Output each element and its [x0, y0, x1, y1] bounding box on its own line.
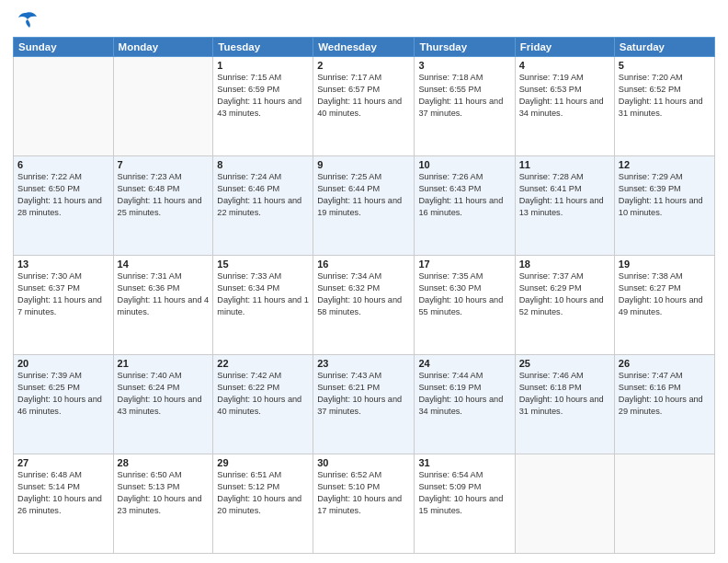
day-number: 25: [519, 358, 610, 369]
day-number: 19: [619, 259, 711, 270]
day-info: Sunrise: 7:19 AM Sunset: 6:53 PM Dayligh…: [519, 72, 610, 120]
day-info: Sunrise: 7:28 AM Sunset: 6:41 PM Dayligh…: [519, 171, 610, 219]
day-number: 24: [418, 358, 510, 369]
day-info: Sunrise: 7:18 AM Sunset: 6:55 PM Dayligh…: [418, 72, 510, 120]
day-info: Sunrise: 7:20 AM Sunset: 6:52 PM Dayligh…: [619, 72, 711, 120]
day-number: 27: [17, 457, 109, 468]
day-number: 29: [217, 457, 309, 468]
day-info: Sunrise: 7:25 AM Sunset: 6:44 PM Dayligh…: [317, 171, 410, 219]
day-info: Sunrise: 6:52 AM Sunset: 5:10 PM Dayligh…: [317, 469, 410, 517]
calendar-cell: 26Sunrise: 7:47 AM Sunset: 6:16 PM Dayli…: [614, 355, 714, 454]
day-number: 26: [619, 358, 711, 369]
day-info: Sunrise: 6:50 AM Sunset: 5:13 PM Dayligh…: [118, 469, 210, 517]
day-number: 20: [17, 358, 109, 369]
day-info: Sunrise: 7:46 AM Sunset: 6:18 PM Dayligh…: [519, 370, 610, 418]
calendar-week-4: 20Sunrise: 7:39 AM Sunset: 6:25 PM Dayli…: [14, 355, 715, 454]
day-number: 21: [118, 358, 210, 369]
day-number: 30: [317, 457, 410, 468]
calendar-header-saturday: Saturday: [614, 38, 714, 57]
calendar-cell: 18Sunrise: 7:37 AM Sunset: 6:29 PM Dayli…: [515, 256, 614, 355]
day-info: Sunrise: 7:29 AM Sunset: 6:39 PM Dayligh…: [619, 171, 711, 219]
day-info: Sunrise: 7:47 AM Sunset: 6:16 PM Dayligh…: [619, 370, 711, 418]
day-number: 22: [217, 358, 309, 369]
calendar-cell: 24Sunrise: 7:44 AM Sunset: 6:19 PM Dayli…: [415, 355, 515, 454]
calendar-cell: 29Sunrise: 6:51 AM Sunset: 5:12 PM Dayli…: [213, 454, 313, 554]
calendar-cell: 20Sunrise: 7:39 AM Sunset: 6:25 PM Dayli…: [14, 355, 114, 454]
calendar-cell: 10Sunrise: 7:26 AM Sunset: 6:43 PM Dayli…: [415, 156, 515, 256]
day-number: 2: [317, 60, 410, 71]
day-number: 31: [418, 457, 510, 468]
calendar-cell: [113, 57, 213, 156]
day-number: 16: [317, 259, 410, 270]
calendar-cell: 31Sunrise: 6:54 AM Sunset: 5:09 PM Dayli…: [415, 454, 515, 554]
calendar-cell: 8Sunrise: 7:24 AM Sunset: 6:46 PM Daylig…: [213, 156, 313, 256]
day-info: Sunrise: 7:22 AM Sunset: 6:50 PM Dayligh…: [17, 171, 109, 219]
calendar-cell: 22Sunrise: 7:42 AM Sunset: 6:22 PM Dayli…: [213, 355, 313, 454]
calendar-cell: 25Sunrise: 7:46 AM Sunset: 6:18 PM Dayli…: [515, 355, 614, 454]
day-info: Sunrise: 7:42 AM Sunset: 6:22 PM Dayligh…: [217, 370, 309, 418]
calendar-header-wednesday: Wednesday: [313, 38, 415, 57]
day-info: Sunrise: 7:30 AM Sunset: 6:37 PM Dayligh…: [17, 270, 109, 318]
calendar-header-row: SundayMondayTuesdayWednesdayThursdayFrid…: [14, 38, 715, 57]
day-number: 28: [118, 457, 210, 468]
logo: [13, 9, 42, 31]
calendar-week-2: 6Sunrise: 7:22 AM Sunset: 6:50 PM Daylig…: [14, 156, 715, 256]
calendar-cell: 3Sunrise: 7:18 AM Sunset: 6:55 PM Daylig…: [415, 57, 515, 156]
header: [13, 9, 715, 31]
calendar-week-5: 27Sunrise: 6:48 AM Sunset: 5:14 PM Dayli…: [14, 454, 715, 554]
day-number: 4: [519, 60, 610, 71]
calendar-cell: 7Sunrise: 7:23 AM Sunset: 6:48 PM Daylig…: [113, 156, 213, 256]
day-number: 13: [17, 259, 109, 270]
calendar-cell: 15Sunrise: 7:33 AM Sunset: 6:34 PM Dayli…: [213, 256, 313, 355]
calendar-cell: 21Sunrise: 7:40 AM Sunset: 6:24 PM Dayli…: [113, 355, 213, 454]
day-info: Sunrise: 7:23 AM Sunset: 6:48 PM Dayligh…: [118, 171, 210, 219]
calendar-cell: 19Sunrise: 7:38 AM Sunset: 6:27 PM Dayli…: [614, 256, 714, 355]
calendar-cell: 30Sunrise: 6:52 AM Sunset: 5:10 PM Dayli…: [313, 454, 415, 554]
day-info: Sunrise: 7:35 AM Sunset: 6:30 PM Dayligh…: [418, 270, 510, 318]
day-info: Sunrise: 7:38 AM Sunset: 6:27 PM Dayligh…: [619, 270, 711, 318]
day-number: 10: [418, 159, 510, 170]
calendar-cell: 5Sunrise: 7:20 AM Sunset: 6:52 PM Daylig…: [614, 57, 714, 156]
day-info: Sunrise: 7:34 AM Sunset: 6:32 PM Dayligh…: [317, 270, 410, 318]
calendar-cell: 27Sunrise: 6:48 AM Sunset: 5:14 PM Dayli…: [14, 454, 114, 554]
day-number: 15: [217, 259, 309, 270]
calendar-cell: 2Sunrise: 7:17 AM Sunset: 6:57 PM Daylig…: [313, 57, 415, 156]
calendar-header-friday: Friday: [515, 38, 614, 57]
day-info: Sunrise: 7:44 AM Sunset: 6:19 PM Dayligh…: [418, 370, 510, 418]
day-number: 18: [519, 259, 610, 270]
calendar-cell: 1Sunrise: 7:15 AM Sunset: 6:59 PM Daylig…: [213, 57, 313, 156]
day-number: 7: [118, 159, 210, 170]
day-info: Sunrise: 7:24 AM Sunset: 6:46 PM Dayligh…: [217, 171, 309, 219]
calendar-cell: 6Sunrise: 7:22 AM Sunset: 6:50 PM Daylig…: [14, 156, 114, 256]
calendar-cell: 12Sunrise: 7:29 AM Sunset: 6:39 PM Dayli…: [614, 156, 714, 256]
day-info: Sunrise: 7:40 AM Sunset: 6:24 PM Dayligh…: [118, 370, 210, 418]
day-info: Sunrise: 7:17 AM Sunset: 6:57 PM Dayligh…: [317, 72, 410, 120]
calendar-header-sunday: Sunday: [14, 38, 114, 57]
calendar-header-monday: Monday: [113, 38, 213, 57]
calendar-cell: 14Sunrise: 7:31 AM Sunset: 6:36 PM Dayli…: [113, 256, 213, 355]
calendar-cell: 4Sunrise: 7:19 AM Sunset: 6:53 PM Daylig…: [515, 57, 614, 156]
calendar-cell: 16Sunrise: 7:34 AM Sunset: 6:32 PM Dayli…: [313, 256, 415, 355]
day-info: Sunrise: 7:15 AM Sunset: 6:59 PM Dayligh…: [217, 72, 309, 120]
day-number: 3: [418, 60, 510, 71]
day-info: Sunrise: 6:48 AM Sunset: 5:14 PM Dayligh…: [17, 469, 109, 517]
day-info: Sunrise: 6:54 AM Sunset: 5:09 PM Dayligh…: [418, 469, 510, 517]
day-number: 11: [519, 159, 610, 170]
day-info: Sunrise: 7:31 AM Sunset: 6:36 PM Dayligh…: [118, 270, 210, 318]
calendar-week-1: 1Sunrise: 7:15 AM Sunset: 6:59 PM Daylig…: [14, 57, 715, 156]
calendar-cell: 9Sunrise: 7:25 AM Sunset: 6:44 PM Daylig…: [313, 156, 415, 256]
calendar-header-thursday: Thursday: [415, 38, 515, 57]
calendar-cell: 13Sunrise: 7:30 AM Sunset: 6:37 PM Dayli…: [14, 256, 114, 355]
day-number: 1: [217, 60, 309, 71]
day-number: 5: [619, 60, 711, 71]
calendar-cell: [614, 454, 714, 554]
day-number: 9: [317, 159, 410, 170]
day-number: 23: [317, 358, 410, 369]
day-info: Sunrise: 7:39 AM Sunset: 6:25 PM Dayligh…: [17, 370, 109, 418]
day-number: 8: [217, 159, 309, 170]
day-number: 14: [118, 259, 210, 270]
day-info: Sunrise: 7:43 AM Sunset: 6:21 PM Dayligh…: [317, 370, 410, 418]
day-number: 17: [418, 259, 510, 270]
day-info: Sunrise: 7:33 AM Sunset: 6:34 PM Dayligh…: [217, 270, 309, 318]
calendar-cell: [14, 57, 114, 156]
